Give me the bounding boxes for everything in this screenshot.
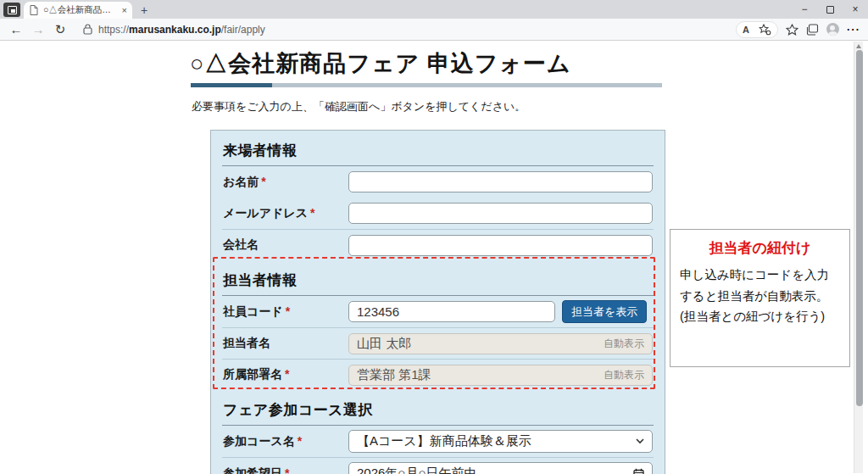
lock-icon — [81, 20, 93, 39]
address-bar[interactable]: https://marusankaku.co.jp/fair/apply — [81, 20, 736, 39]
date-input[interactable]: 2026年○月○日午前中 — [348, 462, 653, 474]
staff-section: 担当者情報 社員コード* 担当者を表示 担当者名 山田 太郎 自動表示 — [222, 260, 654, 390]
tab-close-icon[interactable]: × — [122, 6, 127, 15]
minimize-button[interactable]: − — [792, 0, 817, 19]
form-instruction: 必要事項をご入力の上、「確認画面へ」ボタンを押してください。 — [192, 99, 526, 114]
window-close-button[interactable]: × — [843, 0, 868, 19]
scrollbar-thumb[interactable] — [856, 50, 863, 406]
staff-name-row: 担当者名 山田 太郎 自動表示 — [222, 327, 654, 359]
reload-button[interactable]: ↻ — [49, 22, 71, 37]
email-row: メールアドレス* — [222, 198, 654, 229]
employee-code-input[interactable] — [348, 301, 555, 322]
application-form: 来場者情報 お名前* メールアドレス* 会社名 担当者情報 — [210, 130, 665, 474]
department-value: 営業部 第1課 — [357, 367, 604, 383]
staff-name-label: 担当者名 — [223, 336, 348, 351]
favorites-hub-icon[interactable] — [782, 20, 802, 39]
department-label: 所属部署名* — [223, 367, 348, 382]
course-section-heading: フェア参加コース選択 — [222, 390, 654, 426]
page-title: ○△会社新商品フェア 申込フォーム — [190, 48, 571, 79]
date-label: 参加希望日* — [223, 466, 348, 474]
read-aloud-icon[interactable]: A — [743, 25, 749, 35]
name-label: お名前* — [223, 175, 348, 190]
visitor-section-heading: 来場者情報 — [222, 131, 654, 166]
required-mark: * — [286, 304, 290, 318]
company-label: 会社名 — [223, 237, 348, 253]
browser-window: ○△会社新商品フェア × + − × ← → ↻ https://marusan… — [0, 0, 868, 474]
date-row: 参加希望日* 2026年○月○日午前中 — [222, 457, 654, 474]
browser-tab[interactable]: ○△会社新商品フェア × — [24, 2, 132, 19]
tab-title: ○△会社新商品フェア — [43, 4, 118, 16]
staff-name-value: 山田 太郎 — [357, 336, 604, 352]
back-button[interactable]: ← — [5, 22, 27, 36]
course-select[interactable]: 【Aコース】新商品体験＆展示 — [348, 430, 653, 453]
staff-name-readonly-field: 山田 太郎 自動表示 — [348, 333, 653, 354]
date-value: 2026年○月○日午前中 — [357, 466, 633, 474]
course-select-value: 【Aコース】新商品体験＆展示 — [357, 433, 636, 449]
tab-actions-menu-icon[interactable] — [3, 3, 20, 17]
settings-menu-icon[interactable]: ⋯ — [843, 20, 863, 39]
chevron-down-icon — [636, 438, 644, 444]
company-row: 会社名 — [222, 229, 654, 260]
name-input[interactable] — [348, 171, 653, 192]
employee-code-label: 社員コード* — [223, 304, 348, 320]
annotation-note: 担当者の紐付け 申し込み時にコードを入力すると担当者が自動表示。(担当者との紐づ… — [670, 229, 850, 367]
visitor-section: 来場者情報 お名前* メールアドレス* 会社名 — [222, 131, 654, 260]
url-domain: marusankaku.co.jp — [129, 24, 221, 36]
auto-display-badge: 自動表示 — [604, 368, 644, 382]
email-label: メールアドレス* — [223, 206, 348, 221]
forward-button[interactable]: → — [27, 22, 49, 36]
company-input[interactable] — [348, 235, 653, 256]
collections-icon[interactable] — [802, 20, 822, 39]
annotation-title: 担当者の紐付け — [680, 238, 840, 258]
page-scrollbar[interactable] — [854, 42, 863, 473]
maximize-button[interactable] — [817, 0, 843, 19]
course-section: フェア参加コース選択 参加コース名* 【Aコース】新商品体験＆展示 参加希望日* — [222, 390, 654, 474]
favorites-star-gear-icon[interactable] — [758, 20, 771, 39]
browser-toolbar: ← → ↻ https://marusankaku.co.jp/fair/app… — [0, 19, 868, 41]
required-mark: * — [298, 434, 302, 448]
required-mark: * — [310, 206, 314, 220]
department-readonly-field: 営業部 第1課 自動表示 — [348, 365, 653, 386]
email-input[interactable] — [348, 203, 653, 224]
page-favicon-icon — [29, 1, 39, 20]
tab-strip: ○△会社新商品フェア × + − × — [0, 0, 868, 19]
title-underline — [191, 83, 662, 87]
scrollbar-up-arrow[interactable] — [856, 44, 861, 48]
url-scheme: https:// — [98, 24, 129, 36]
profile-avatar[interactable] — [822, 20, 843, 39]
web-page: ○△会社新商品フェア 申込フォーム 必要事項をご入力の上、「確認画面へ」ボタンを… — [0, 41, 868, 474]
required-mark: * — [285, 367, 289, 381]
calendar-icon — [633, 468, 644, 474]
employee-code-row: 社員コード* 担当者を表示 — [222, 296, 654, 327]
address-bar-actions: A — [736, 21, 778, 38]
window-controls: − × — [792, 0, 868, 19]
annotation-body: 申し込み時にコードを入力すると担当者が自動表示。(担当者との紐づけを行う) — [680, 265, 840, 327]
url-text: https://marusankaku.co.jp/fair/apply — [98, 24, 265, 36]
staff-section-heading: 担当者情報 — [222, 260, 654, 296]
course-name-label: 参加コース名* — [223, 434, 348, 449]
show-staff-button[interactable]: 担当者を表示 — [562, 300, 647, 323]
required-mark: * — [285, 466, 289, 474]
department-row: 所属部署名* 営業部 第1課 自動表示 — [222, 359, 654, 390]
url-path: /fair/apply — [221, 24, 265, 36]
required-mark: * — [261, 175, 265, 188]
name-row: お名前* — [222, 166, 654, 198]
course-name-row: 参加コース名* 【Aコース】新商品体験＆展示 — [222, 426, 654, 457]
new-tab-button[interactable]: + — [141, 4, 147, 16]
auto-display-badge: 自動表示 — [604, 337, 644, 351]
